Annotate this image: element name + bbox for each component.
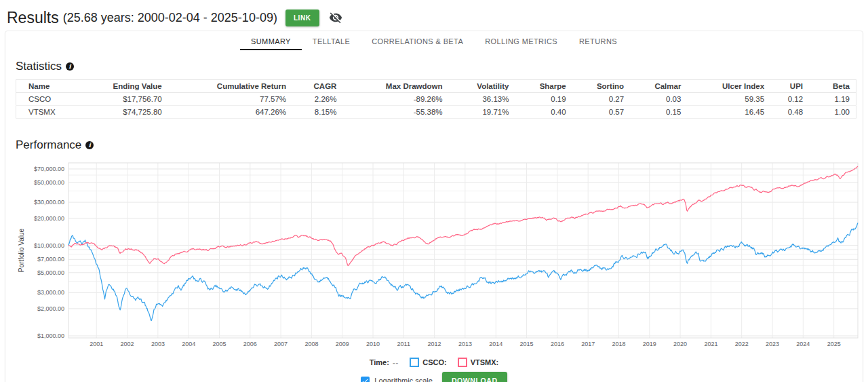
csco-line <box>68 223 858 321</box>
table-cell: 0.15 <box>630 106 687 119</box>
legend-color-box <box>458 358 467 367</box>
x-axis-tick-label: 2006 <box>243 341 257 347</box>
table-cell: 647.26% <box>168 106 292 119</box>
table-header-row: NameEnding ValueCumulative ReturnCAGRMax… <box>16 80 856 93</box>
legend-label: CSCO: <box>422 358 446 366</box>
x-axis-tick-label: 2012 <box>428 341 441 347</box>
y-axis-tick-label: $70,000.00 <box>34 166 64 172</box>
x-axis-tick-label: 2005 <box>212 341 226 347</box>
column-header: Volatility <box>449 80 515 93</box>
x-axis-tick-label: 2001 <box>90 341 103 347</box>
column-header: Sharpe <box>515 80 572 93</box>
x-axis-tick-label: 2024 <box>796 341 810 347</box>
x-axis-tick-label: 2023 <box>766 341 779 347</box>
y-axis-tick-label: $1,000.00 <box>37 332 64 339</box>
plot-area-border <box>68 163 858 338</box>
info-icon[interactable]: i <box>66 62 74 71</box>
column-header: Beta <box>809 80 856 93</box>
chart-legend: Time: --CSCO:VTSMX: <box>5 358 863 367</box>
column-header: Name <box>16 80 83 93</box>
x-axis-tick-label: 2011 <box>397 341 410 347</box>
page-header: Results (25.68 years: 2000-02-04 - 2025-… <box>0 0 868 29</box>
column-header: Ulcer Index <box>687 80 770 93</box>
hide-results-eye-off-icon[interactable] <box>329 11 342 24</box>
x-axis-tick-label: 2016 <box>551 341 564 347</box>
x-axis-tick-label: 2013 <box>458 341 472 347</box>
y-axis-title: Portfolio Value <box>18 228 25 272</box>
column-header: Ending Value <box>83 80 168 93</box>
y-axis-tick-label: $5,000.00 <box>37 269 64 276</box>
x-axis-tick-label: 2022 <box>735 341 749 347</box>
legend-item-vtsmx[interactable]: VTSMX: <box>458 358 499 367</box>
check-icon <box>361 377 369 382</box>
tab-telltale[interactable]: TELLTALE <box>302 35 361 50</box>
column-header: Sortino <box>572 80 630 93</box>
table-cell: 8.15% <box>292 106 342 119</box>
link-button[interactable]: LINK <box>285 9 319 26</box>
column-header: UPI <box>770 80 809 93</box>
column-header: Calmar <box>630 80 687 93</box>
y-axis-tick-label: $3,000.00 <box>37 289 64 296</box>
table-cell: 77.57% <box>168 93 292 106</box>
performance-heading: Performancei <box>16 138 863 152</box>
table-cell: 36.13% <box>449 93 515 106</box>
x-axis-tick-label: 2004 <box>182 341 195 347</box>
download-button[interactable]: DOWNLOAD <box>442 372 507 382</box>
table-cell: CSCO <box>16 93 83 106</box>
x-axis-tick-label: 2008 <box>304 341 318 347</box>
table-cell: 2.26% <box>292 93 342 106</box>
table-cell: $17,756.70 <box>83 93 168 106</box>
x-axis-tick-label: 2007 <box>274 341 288 347</box>
table-cell: 0.48 <box>770 106 809 119</box>
y-axis-tick-label: $30,000.00 <box>34 199 64 206</box>
y-axis-tick-label: $20,000.00 <box>34 215 64 222</box>
table-row: VTSMX$74,725.80647.26%8.15%-55.38%19.71%… <box>16 106 856 119</box>
logarithmic-scale-checkbox[interactable] <box>361 377 370 382</box>
tab-returns[interactable]: RETURNS <box>568 35 628 50</box>
legend-label: VTSMX: <box>471 358 499 366</box>
table-cell: VTSMX <box>16 106 83 119</box>
legend-item-time[interactable]: Time: -- <box>370 358 399 366</box>
legend-item-csco[interactable]: CSCO: <box>410 358 446 367</box>
info-icon[interactable]: i <box>85 141 94 149</box>
y-axis-tick-label: $50,000.00 <box>34 179 64 186</box>
statistics-table: NameEnding ValueCumulative ReturnCAGRMax… <box>16 79 856 119</box>
statistics-heading: Statisticsi <box>16 60 863 73</box>
legend-color-box <box>410 358 419 367</box>
results-card: SUMMARYTELLTALECORRELATIONS & BETAROLLIN… <box>5 31 863 382</box>
x-axis-tick-label: 2018 <box>612 341 625 347</box>
table-cell: 0.12 <box>770 93 809 106</box>
vtsmx-line <box>68 166 858 265</box>
table-cell: 0.27 <box>572 93 630 106</box>
x-axis-tick-label: 2021 <box>704 341 717 347</box>
column-header: Cumulative Return <box>168 80 292 93</box>
table-cell: -55.38% <box>342 106 448 119</box>
tab-bar: SUMMARYTELLTALECORRELATIONS & BETAROLLIN… <box>5 31 863 50</box>
legend-time-label: Time: <box>370 358 389 366</box>
table-cell: 0.19 <box>515 93 572 106</box>
page-subtitle: (25.68 years: 2000-02-04 - 2025-10-09) <box>63 11 277 25</box>
x-axis-tick-label: 2014 <box>489 341 502 347</box>
tab-rolling-metrics[interactable]: ROLLING METRICS <box>474 35 568 50</box>
legend-time-value: -- <box>393 358 399 366</box>
tab-correlations-beta[interactable]: CORRELATIONS & BETA <box>361 35 474 50</box>
table-cell: 0.03 <box>630 93 687 106</box>
x-axis-tick-label: 2025 <box>827 341 841 347</box>
table-cell: 1.19 <box>809 93 856 106</box>
x-axis-tick-label: 2009 <box>336 341 349 347</box>
table-cell: 1.00 <box>809 106 856 119</box>
performance-chart: $1,000.00$2,000.00$3,000.00$5,000.00$7,0… <box>16 161 852 354</box>
logarithmic-scale-label: Logarithmic scale <box>374 377 433 382</box>
table-cell: 19.71% <box>449 106 515 119</box>
y-axis-tick-label: $10,000.00 <box>34 242 64 249</box>
table-row: CSCO$17,756.7077.57%2.26%-89.26%36.13%0.… <box>16 93 856 106</box>
column-header: Max Drawdown <box>342 80 448 93</box>
portfolio-value-chart: $1,000.00$2,000.00$3,000.00$5,000.00$7,0… <box>16 161 861 351</box>
x-axis-tick-label: 2002 <box>120 341 134 347</box>
x-axis-tick-label: 2019 <box>643 341 656 347</box>
tab-summary[interactable]: SUMMARY <box>240 35 302 50</box>
table-cell: 16.45 <box>687 106 770 119</box>
table-cell: 59.35 <box>687 93 770 106</box>
table-cell: 0.40 <box>515 106 572 119</box>
table-cell: -89.26% <box>342 93 448 106</box>
